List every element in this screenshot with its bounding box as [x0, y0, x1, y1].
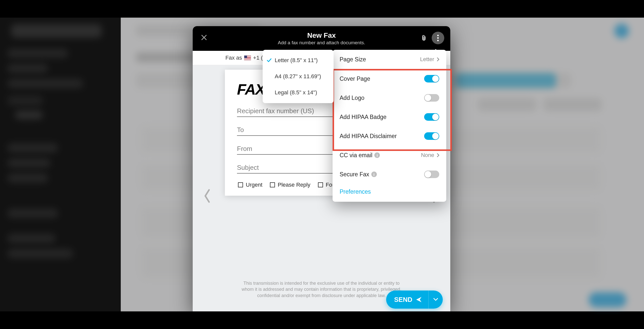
chevron-right-icon [437, 57, 439, 61]
modal-title: New Fax [307, 31, 336, 39]
modal-subtitle: Add a fax number and attach documents. [278, 40, 365, 46]
fax-as-label: Fax as [225, 55, 242, 61]
hipaa-disclaimer-label: Add HIPAA Disclaimer [340, 133, 397, 140]
letterbox-top [0, 0, 644, 18]
options-popover: Page Size Letter Cover Page Add Logo Add… [333, 50, 446, 202]
prev-page-button[interactable] [203, 188, 212, 203]
check-icon [267, 58, 272, 63]
preferences-link[interactable]: Preferences [340, 188, 371, 195]
send-dropdown-button[interactable] [428, 291, 443, 309]
page-size-option-label: A4 (8.27" x 11.69") [275, 73, 321, 80]
hipaa-disclaimer-row: Add HIPAA Disclaimer [333, 127, 446, 146]
hipaa-disclaimer-toggle[interactable] [424, 132, 439, 140]
us-flag-icon [244, 55, 251, 60]
cover-page-row: Cover Page [333, 69, 446, 88]
info-icon: i [374, 152, 380, 158]
cc-email-value: None [421, 152, 434, 158]
hipaa-badge-row: Add HIPAA Badge [333, 107, 446, 127]
hipaa-badge-toggle[interactable] [424, 113, 439, 121]
hipaa-badge-label: Add HIPAA Badge [340, 114, 386, 120]
hipaa-disclaimer-text: This transmission is intended for the ex… [241, 280, 402, 299]
page-size-option-label: Legal (8.5" x 14") [275, 89, 317, 96]
cc-email-label: CC via email [340, 152, 372, 159]
secure-fax-row: Secure Fax i [333, 165, 446, 184]
secure-fax-toggle[interactable] [424, 171, 439, 178]
caret-down-icon [433, 298, 438, 301]
attach-button[interactable] [421, 34, 427, 42]
paperclip-icon [421, 34, 427, 42]
page-size-option-a4[interactable]: A4 (8.27" x 11.69") [263, 68, 334, 85]
secure-fax-label: Secure Fax [340, 171, 369, 178]
cc-email-row[interactable]: CC via email i None [333, 146, 446, 165]
page-size-option-legal[interactable]: Legal (8.5" x 14") [263, 85, 334, 101]
modal-header: New Fax Add a fax number and attach docu… [193, 26, 450, 51]
page-size-option-letter[interactable]: Letter (8.5" x 11") [263, 52, 334, 68]
add-logo-toggle[interactable] [424, 94, 439, 102]
send-icon [415, 296, 422, 303]
page-size-popover: Letter (8.5" x 11") A4 (8.27" x 11.69") … [263, 50, 334, 103]
please-reply-checkbox[interactable]: Please Reply [269, 182, 310, 188]
chevron-right-icon [437, 153, 439, 157]
cover-page-toggle[interactable] [424, 75, 439, 83]
page-size-value: Letter [420, 56, 434, 63]
send-button[interactable]: SEND [386, 291, 443, 309]
letterbox-bottom [0, 311, 644, 329]
urgent-checkbox[interactable]: Urgent [237, 182, 262, 188]
page-size-option-label: Letter (8.5" x 11") [275, 57, 318, 64]
more-vertical-icon [437, 35, 439, 41]
close-icon [200, 34, 208, 41]
add-logo-label: Add Logo [340, 95, 364, 101]
close-button[interactable] [200, 34, 208, 41]
page-size-row[interactable]: Page Size Letter [333, 50, 446, 69]
more-options-button[interactable] [432, 32, 444, 44]
page-size-label: Page Size [340, 56, 366, 63]
add-logo-row: Add Logo [333, 88, 446, 107]
send-button-label: SEND [394, 296, 412, 304]
preferences-row: Preferences [333, 184, 446, 202]
info-icon: i [371, 172, 377, 177]
cover-page-label: Cover Page [340, 75, 370, 82]
chevron-left-icon [203, 188, 212, 203]
